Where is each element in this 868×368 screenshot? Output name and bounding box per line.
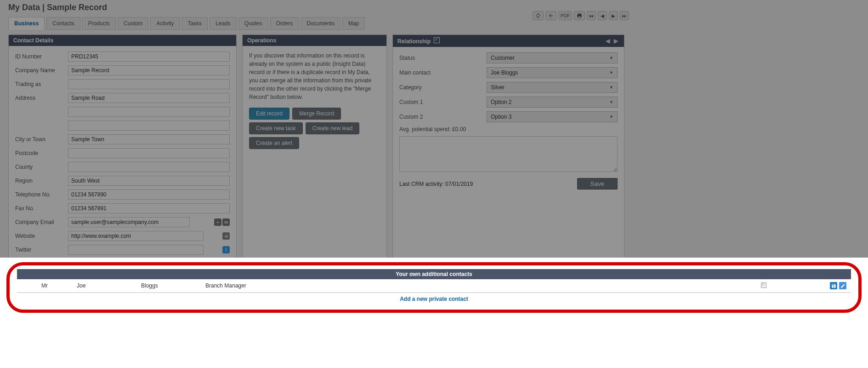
- postcode-input[interactable]: [68, 148, 230, 158]
- category-select[interactable]: Silver▼: [487, 82, 618, 93]
- twitter-label: Twitter: [15, 247, 68, 253]
- contact-active-checkbox: [761, 282, 766, 288]
- status-select[interactable]: Customer▼: [487, 52, 618, 63]
- open-website-icon[interactable]: ➔: [222, 232, 230, 240]
- trading-as-input[interactable]: [68, 79, 230, 89]
- tab-tasks[interactable]: Tasks: [182, 17, 208, 30]
- custom2-select[interactable]: Option 3▼: [487, 111, 618, 122]
- company-name-input[interactable]: [68, 65, 230, 75]
- tab-map[interactable]: Map: [342, 17, 365, 30]
- additional-contacts-header: Your own additional contacts: [17, 269, 851, 279]
- tab-custom[interactable]: Custom: [118, 17, 148, 30]
- nav-next-icon[interactable]: ▶: [609, 11, 618, 20]
- add-private-contact-link[interactable]: Add a new private contact: [17, 293, 851, 305]
- tab-activity[interactable]: Activity: [150, 17, 180, 30]
- tab-bar: Business Contacts Products Custom Activi…: [8, 17, 860, 30]
- nav-prev-icon[interactable]: ◀: [598, 11, 607, 20]
- create-task-button[interactable]: Create new task: [249, 122, 303, 134]
- id-number-label: ID Number: [15, 53, 68, 60]
- city-label: City or Town: [15, 136, 68, 143]
- contact-title: Mr: [17, 279, 72, 293]
- refresh-icon[interactable]: [533, 11, 544, 20]
- address3-input[interactable]: [68, 121, 230, 131]
- category-label: Category: [399, 84, 487, 91]
- twitter-input[interactable]: [68, 245, 204, 255]
- county-input[interactable]: [68, 162, 230, 172]
- twitter-icon[interactable]: t: [222, 246, 230, 253]
- company-name-label: Company Name: [15, 67, 68, 74]
- tab-products[interactable]: Products: [82, 17, 116, 30]
- tab-orders[interactable]: Orders: [270, 17, 299, 30]
- save-button[interactable]: Save: [577, 178, 618, 190]
- table-row: Mr Joe Bloggs Branch Manager: [17, 279, 851, 293]
- avg-spend-text: Avg. potential spend: £0.00: [399, 126, 618, 132]
- relationship-panel: Relationship ◀▶ StatusCustomer▼ Main con…: [392, 34, 624, 270]
- operations-header: Operations: [243, 35, 386, 46]
- merge-record-button[interactable]: Merge Record: [292, 108, 341, 120]
- last-activity-text: Last CRM activity: 07/01/2019: [399, 181, 473, 187]
- operations-panel: Operations If you discover that informat…: [242, 34, 387, 270]
- address1-input[interactable]: [68, 93, 230, 103]
- contact-details-panel: Contact Details ID Number Company Name T…: [8, 34, 237, 270]
- edit-contact-icon[interactable]: [839, 282, 846, 289]
- create-alert-button[interactable]: Create an alert: [249, 137, 299, 149]
- page-title: My Data | Sample Record: [8, 0, 860, 17]
- contact-details-header: Contact Details: [9, 35, 236, 46]
- additional-contacts-highlight: Your own additional contacts Mr Joe Blog…: [6, 262, 862, 313]
- custom2-label: Custom 2: [399, 114, 487, 120]
- pdf-button[interactable]: PDF: [558, 11, 572, 20]
- telephone-input[interactable]: [68, 190, 230, 200]
- nav-first-icon[interactable]: ⏮: [587, 11, 596, 20]
- rel-next-icon[interactable]: ▶: [612, 37, 619, 45]
- postcode-label: Postcode: [15, 150, 68, 156]
- tab-quotes[interactable]: Quotes: [238, 17, 268, 30]
- region-input[interactable]: [68, 176, 230, 186]
- relationship-notes[interactable]: [399, 136, 618, 172]
- telephone-label: Telephone No.: [15, 191, 68, 198]
- website-label: Website: [15, 233, 68, 239]
- custom1-select[interactable]: Option 2▼: [487, 97, 618, 108]
- send-email-icon[interactable]: ✉: [222, 218, 230, 226]
- back-icon[interactable]: [545, 11, 556, 20]
- save-contact-icon[interactable]: [830, 282, 837, 289]
- fax-input[interactable]: [68, 203, 230, 213]
- id-number-input[interactable]: [68, 52, 230, 62]
- operations-text: If you discover that information on this…: [249, 52, 380, 101]
- add-email-icon[interactable]: +: [214, 218, 221, 226]
- trading-as-label: Trading as: [15, 81, 68, 87]
- address-label: Address: [15, 95, 68, 101]
- contact-role: Branch Manager: [201, 279, 750, 293]
- email-input[interactable]: [68, 217, 190, 227]
- fax-label: Fax No.: [15, 205, 68, 212]
- contact-last: Bloggs: [136, 279, 201, 293]
- tab-documents[interactable]: Documents: [301, 17, 340, 30]
- create-lead-button[interactable]: Create new lead: [306, 122, 359, 134]
- relationship-section-checkbox[interactable]: [434, 37, 440, 43]
- nav-last-icon[interactable]: ⏭: [620, 11, 629, 20]
- main-contact-select[interactable]: Joe Bloggs▼: [487, 67, 618, 78]
- custom1-label: Custom 1: [399, 99, 487, 105]
- tab-contacts[interactable]: Contacts: [46, 17, 80, 30]
- website-input[interactable]: [68, 231, 204, 241]
- county-label: County: [15, 164, 68, 170]
- status-label: Status: [399, 55, 487, 61]
- address2-input[interactable]: [68, 107, 230, 117]
- relationship-header: Relationship: [397, 38, 431, 45]
- tab-business[interactable]: Business: [8, 17, 45, 30]
- city-input[interactable]: [68, 134, 230, 144]
- main-contact-label: Main contact: [399, 69, 487, 76]
- email-label: Company Email: [15, 219, 68, 225]
- edit-record-button[interactable]: Edit record: [249, 108, 289, 120]
- region-label: Region: [15, 178, 68, 184]
- tab-leads[interactable]: Leads: [210, 17, 237, 30]
- contact-first: Joe: [72, 279, 136, 293]
- print-icon[interactable]: [574, 11, 585, 20]
- rel-prev-icon[interactable]: ◀: [604, 37, 611, 45]
- record-toolbar: PDF ⏮ ◀ ▶ ⏭: [533, 11, 629, 20]
